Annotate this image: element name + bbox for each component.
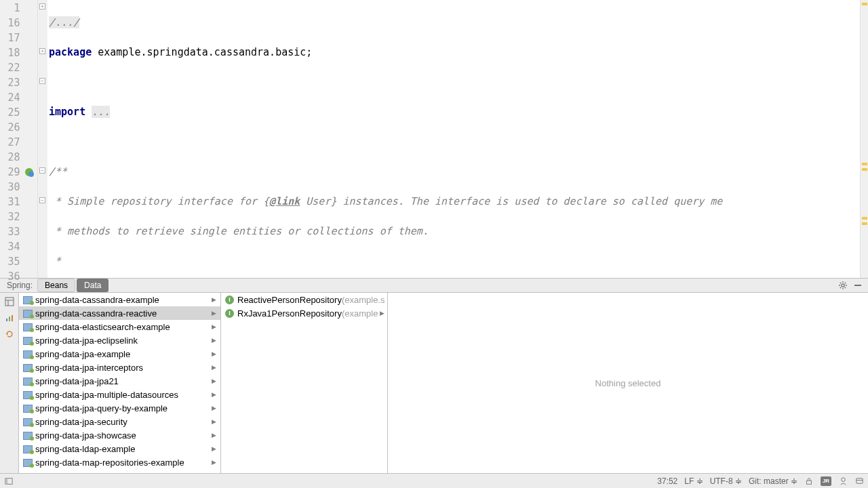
gear-icon[interactable] bbox=[838, 281, 848, 290]
line-num: 27 bbox=[0, 135, 20, 150]
fold-toggle[interactable]: + bbox=[39, 48, 45, 54]
svg-marker-18 bbox=[6, 333, 8, 336]
module-label: spring-data-map-repositories-example bbox=[35, 458, 184, 468]
repo-package: (example.s bbox=[342, 295, 385, 305]
repository-item[interactable]: IReactivePersonRepository (example.s bbox=[221, 293, 387, 306]
module-item[interactable]: spring-data-ldap-example▶ bbox=[19, 442, 220, 455]
module-icon bbox=[23, 430, 33, 440]
line-num: 18 bbox=[0, 45, 20, 60]
line-num: 29 bbox=[0, 165, 20, 180]
gutter: 1 16 17 18 22 23 24 25 26 27 28 29 30 31… bbox=[0, 0, 38, 278]
inspection-icon[interactable]: JR bbox=[821, 476, 831, 486]
svg-rect-21 bbox=[807, 481, 812, 484]
module-label: spring-data-jpa-showcase bbox=[35, 430, 136, 441]
repo-package: (example bbox=[342, 308, 378, 319]
repository-item[interactable]: IRxJava1PersonRepository (example▶ bbox=[221, 306, 387, 320]
module-icon bbox=[23, 322, 33, 331]
javadoc-link: @link bbox=[269, 195, 300, 207]
module-label: spring-data-jpa-interceptors bbox=[35, 363, 143, 373]
chevron-right-icon: ▶ bbox=[212, 310, 216, 317]
chevron-right-icon: ▶ bbox=[212, 378, 216, 384]
module-icon bbox=[23, 349, 33, 359]
warning-marker[interactable] bbox=[862, 222, 867, 225]
code-content[interactable]: /.../ package example.springdata.cassand… bbox=[47, 0, 860, 278]
encoding[interactable]: UTF-8 ≑ bbox=[710, 476, 742, 486]
spring-bean-icon[interactable] bbox=[24, 167, 34, 177]
module-icon bbox=[23, 444, 33, 453]
chart-icon[interactable] bbox=[5, 313, 14, 323]
svg-line-8 bbox=[845, 287, 846, 288]
fold-toggle[interactable]: + bbox=[39, 3, 45, 9]
tool-windows-icon[interactable] bbox=[4, 476, 14, 486]
javadoc: } instances. The interface is used to de… bbox=[330, 195, 722, 207]
module-icon bbox=[23, 390, 33, 399]
line-num: 34 bbox=[0, 239, 20, 254]
module-label: spring-data-jpa-example bbox=[35, 349, 130, 359]
chevron-right-icon: ▶ bbox=[380, 310, 384, 317]
module-item[interactable]: spring-data-cassandra-reactive▶ bbox=[19, 306, 220, 320]
gutter-icons bbox=[21, 0, 37, 278]
cursor-position[interactable]: 37:52 bbox=[657, 476, 677, 486]
module-icon bbox=[23, 363, 33, 372]
fold-toggle[interactable]: − bbox=[39, 167, 45, 174]
git-branch[interactable]: Git: master ≑ bbox=[749, 476, 797, 486]
svg-rect-11 bbox=[854, 285, 861, 286]
svg-line-9 bbox=[840, 287, 841, 288]
module-list[interactable]: spring-data-cassandra-example▶spring-dat… bbox=[19, 293, 221, 473]
folded-region[interactable]: /.../ bbox=[49, 16, 79, 28]
module-item[interactable]: spring-data-jpa-query-by-example▶ bbox=[19, 401, 220, 415]
module-item[interactable]: spring-data-jpa-interceptors▶ bbox=[19, 361, 220, 374]
status-bar: 37:52 LF ≑ UTF-8 ≑ Git: master ≑ JR bbox=[0, 473, 868, 488]
module-item[interactable]: spring-data-jpa-security▶ bbox=[19, 415, 220, 428]
chevron-right-icon: ▶ bbox=[212, 364, 216, 371]
svg-rect-12 bbox=[5, 298, 14, 306]
module-label: spring-data-jpa-security bbox=[35, 417, 127, 427]
line-num: 23 bbox=[0, 75, 20, 90]
refresh-icon[interactable] bbox=[5, 329, 14, 339]
module-item[interactable]: spring-data-elasticsearch-example▶ bbox=[19, 320, 220, 333]
module-item[interactable]: spring-data-jpa-example▶ bbox=[19, 347, 220, 361]
svg-rect-17 bbox=[12, 315, 13, 321]
module-item[interactable]: spring-data-jpa-showcase▶ bbox=[19, 428, 220, 442]
hector-icon[interactable] bbox=[838, 476, 848, 486]
line-num: 25 bbox=[0, 105, 20, 120]
warning-marker[interactable] bbox=[862, 217, 867, 220]
repository-list[interactable]: IReactivePersonRepository (example.sIRxJ… bbox=[221, 293, 388, 473]
module-label: spring-data-elasticsearch-example bbox=[35, 322, 170, 332]
warning-marker[interactable] bbox=[862, 3, 867, 5]
module-icon bbox=[23, 336, 33, 345]
layout-icon[interactable] bbox=[5, 297, 14, 306]
module-item[interactable]: spring-data-jpa-eclipselink▶ bbox=[19, 333, 220, 347]
spring-panel-body: spring-data-cassandra-example▶spring-dat… bbox=[0, 293, 868, 473]
hide-icon[interactable] bbox=[853, 281, 863, 290]
fold-toggle[interactable]: − bbox=[39, 197, 45, 203]
lock-icon[interactable] bbox=[804, 476, 814, 486]
notify-icon[interactable] bbox=[854, 476, 864, 486]
folded-region[interactable]: ... bbox=[92, 106, 110, 118]
line-numbers: 1 16 17 18 22 23 24 25 26 27 28 29 30 31… bbox=[0, 0, 21, 278]
line-num: 31 bbox=[0, 195, 20, 209]
warning-marker[interactable] bbox=[862, 168, 867, 171]
javadoc: * bbox=[49, 255, 61, 267]
module-item[interactable]: spring-data-map-repositories-example▶ bbox=[19, 455, 220, 469]
tab-data[interactable]: Data bbox=[77, 279, 108, 292]
tab-beans[interactable]: Beans bbox=[37, 279, 75, 292]
svg-point-2 bbox=[842, 284, 844, 287]
fold-toggle[interactable]: − bbox=[39, 78, 45, 84]
module-item[interactable]: spring-data-jpa-jpa21▶ bbox=[19, 374, 220, 388]
repo-name: RxJava1PersonRepository bbox=[237, 308, 342, 319]
chevron-right-icon: ▶ bbox=[212, 337, 216, 344]
module-item[interactable]: spring-data-jpa-multiple-datasources▶ bbox=[19, 388, 220, 401]
line-separator[interactable]: LF ≑ bbox=[684, 476, 703, 486]
svg-point-22 bbox=[841, 478, 845, 482]
module-item[interactable]: spring-data-cassandra-example▶ bbox=[19, 293, 220, 306]
detail-pane: Nothing selected bbox=[388, 293, 868, 473]
chevron-right-icon: ▶ bbox=[212, 296, 216, 303]
svg-line-7 bbox=[840, 283, 841, 283]
interface-icon: I bbox=[225, 296, 234, 304]
line-num: 22 bbox=[0, 60, 20, 75]
warning-marker[interactable] bbox=[862, 163, 867, 165]
editor-area: 1 16 17 18 22 23 24 25 26 27 28 29 30 31… bbox=[0, 0, 868, 278]
module-icon bbox=[23, 376, 33, 386]
error-stripe[interactable] bbox=[860, 0, 868, 278]
